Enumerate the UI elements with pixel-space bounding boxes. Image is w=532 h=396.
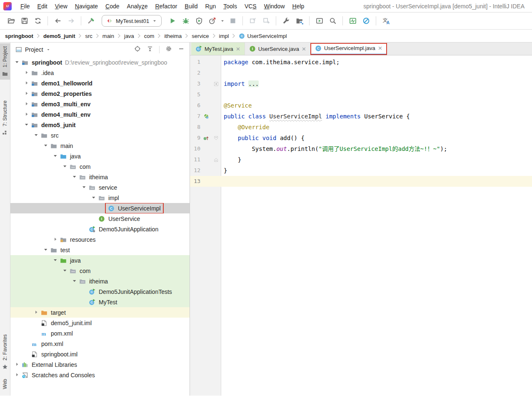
- code-line-13[interactable]: 13: [190, 176, 532, 187]
- locate-file-button[interactable]: [134, 45, 141, 53]
- profiler-dropdown-button[interactable]: [220, 15, 225, 27]
- menu-window[interactable]: Window: [260, 3, 289, 10]
- tree-item-com[interactable]: com: [10, 161, 190, 172]
- spring-bean-gutter[interactable]: c: [200, 111, 212, 122]
- settings-wrench-button[interactable]: [280, 15, 292, 27]
- hide-panel-button[interactable]: [178, 45, 185, 53]
- menu-help[interactable]: Help: [289, 3, 308, 10]
- tree-item-springboot[interactable]: springbootD:\review_springboot\review_sp…: [10, 57, 190, 68]
- close-tab-icon[interactable]: [378, 46, 382, 50]
- menu-navigate[interactable]: Navigate: [71, 3, 102, 10]
- menu-build[interactable]: Build: [181, 3, 201, 10]
- code-line-8[interactable]: 8 @Override: [190, 122, 532, 133]
- code-line-1[interactable]: 1package com.itheima.service.impl;: [190, 57, 532, 68]
- tree-item-com[interactable]: com: [10, 266, 190, 276]
- fold-marker-close[interactable]: [212, 154, 221, 165]
- tree-item-target[interactable]: target: [10, 307, 190, 318]
- save-all-button[interactable]: [18, 15, 30, 27]
- breadcrumb-UserServiceImpl[interactable]: CUserServiceImpl: [238, 33, 287, 40]
- run-button[interactable]: [166, 15, 178, 27]
- tree-item-demo3_multi_env[interactable]: demo3_multi_env: [10, 99, 190, 109]
- toolwindow-button-1-project[interactable]: 1: Project: [0, 43, 10, 80]
- settings-gear-button[interactable]: [165, 45, 172, 53]
- tree-item-Demo5JunitApplicationTests[interactable]: CDemo5JunitApplicationTests: [10, 286, 190, 297]
- expand-arrow-icon[interactable]: [72, 174, 77, 180]
- expand-arrow-icon[interactable]: [62, 268, 68, 273]
- tree-item-itheima[interactable]: itheima: [10, 276, 190, 286]
- breadcrumb-springboot[interactable]: springboot: [4, 33, 34, 40]
- build-project-button[interactable]: [85, 15, 97, 27]
- tree-item-.idea[interactable]: .idea: [10, 68, 190, 78]
- tab-UserService.java[interactable]: IUserService.java: [245, 43, 311, 55]
- open-button[interactable]: [5, 15, 17, 27]
- tree-item-pom.xml[interactable]: mpom.xml: [10, 338, 190, 349]
- expand-arrow-icon[interactable]: [43, 247, 49, 253]
- breadcrumb-impl[interactable]: impl: [218, 33, 230, 40]
- collapse-arrow-icon[interactable]: [24, 80, 30, 86]
- menu-edit[interactable]: Edit: [34, 3, 51, 10]
- tree-item-MyTest[interactable]: CMyTest: [10, 297, 190, 307]
- tree-item-springboot.iml[interactable]: springboot.iml: [10, 349, 190, 359]
- code-line-3[interactable]: 3import ...: [190, 78, 532, 89]
- tree-item-UserService[interactable]: IUserService: [10, 213, 190, 224]
- collapse-arrow-icon[interactable]: [24, 112, 30, 117]
- code-editor[interactable]: 1package com.itheima.service.impl;23impo…: [190, 55, 532, 396]
- toolwindow-button-7-structure[interactable]: 7: Structure: [0, 98, 10, 138]
- tree-item-Scratches-and-Consoles[interactable]: Scratches and Consoles: [10, 370, 190, 380]
- expand-arrow-icon[interactable]: [43, 143, 49, 148]
- expand-arrow-icon[interactable]: [82, 185, 87, 190]
- code-line-12[interactable]: 12}: [190, 165, 532, 176]
- tree-item-Demo5JunitApplication[interactable]: CDemo5JunitApplication: [10, 224, 190, 234]
- expand-arrow-icon[interactable]: [91, 195, 97, 201]
- tree-item-External-Libraries[interactable]: External Libraries: [10, 359, 190, 370]
- disable-inspections-button[interactable]: [360, 15, 372, 27]
- breadcrumb-java[interactable]: java: [123, 33, 135, 40]
- collapse-arrow-icon[interactable]: [53, 237, 58, 242]
- tree-item-demo1_helloworld[interactable]: demo1_helloworld: [10, 78, 190, 88]
- breadcrumb-com[interactable]: com: [143, 33, 155, 40]
- navigate-back-button[interactable]: [52, 15, 64, 27]
- tree-item-UserServiceImpl[interactable]: CUserServiceImpl: [10, 203, 190, 213]
- close-tab-icon[interactable]: [236, 47, 240, 51]
- fold-marker-plus[interactable]: [212, 78, 221, 89]
- menu-vcs[interactable]: VCS: [241, 3, 260, 10]
- close-tab-icon[interactable]: [302, 47, 306, 51]
- menu-run[interactable]: Run: [202, 3, 220, 10]
- toolwindow-button-2-favorites[interactable]: 2: Favorites: [0, 331, 10, 373]
- toolwindow-button-web[interactable]: Web: [0, 376, 10, 392]
- breadcrumb-demo5_junit[interactable]: demo5_junit: [42, 33, 76, 40]
- project-structure-button[interactable]: [293, 15, 305, 27]
- synchronize-button[interactable]: [32, 15, 44, 27]
- run-anything-button[interactable]: [313, 15, 325, 27]
- tree-item-main[interactable]: main: [10, 140, 190, 151]
- code-line-7[interactable]: 7cpublic class UserServiceImpl implement…: [190, 111, 532, 122]
- tree-item-java[interactable]: java: [10, 255, 190, 266]
- code-line-5[interactable]: 5: [190, 89, 532, 100]
- menu-analyze[interactable]: Analyze: [123, 3, 152, 10]
- search-everywhere-button[interactable]: [327, 15, 339, 27]
- expand-arrow-icon[interactable]: [72, 278, 77, 284]
- tree-item-demo5_junit[interactable]: demo5_junit: [10, 120, 190, 130]
- fold-marker-open[interactable]: [212, 133, 221, 143]
- breadcrumb-itheima[interactable]: itheima: [163, 33, 182, 40]
- chevron-down-icon[interactable]: [46, 48, 50, 52]
- translate-button[interactable]: 文A: [380, 15, 392, 27]
- breadcrumb-src[interactable]: src: [84, 33, 93, 40]
- expand-arrow-icon[interactable]: [62, 164, 68, 169]
- tree-item-pom.xml[interactable]: mpom.xml: [10, 328, 190, 338]
- tree-item-demo4_multi_env[interactable]: demo4_multi_env: [10, 109, 190, 120]
- tree-item-test[interactable]: test: [10, 245, 190, 255]
- activity-monitor-button[interactable]: [347, 15, 359, 27]
- code-line-6[interactable]: 6@Service: [190, 100, 532, 111]
- collapse-arrow-icon[interactable]: [24, 70, 30, 75]
- expand-arrow-icon[interactable]: [53, 153, 58, 159]
- collapse-arrow-icon[interactable]: [15, 372, 20, 378]
- tab-UserServiceImpl.java[interactable]: CUserServiceImpl.java: [311, 43, 387, 55]
- tree-item-impl[interactable]: impl: [10, 193, 190, 203]
- tree-item-itheima[interactable]: itheima: [10, 172, 190, 182]
- tree-item-demo5_junit.iml[interactable]: demo5_junit.iml: [10, 318, 190, 328]
- collapse-arrow-icon[interactable]: [15, 362, 20, 367]
- run-with-coverage-button[interactable]: [193, 15, 205, 27]
- tree-item-resources[interactable]: resources: [10, 234, 190, 245]
- menu-file[interactable]: File: [17, 3, 34, 10]
